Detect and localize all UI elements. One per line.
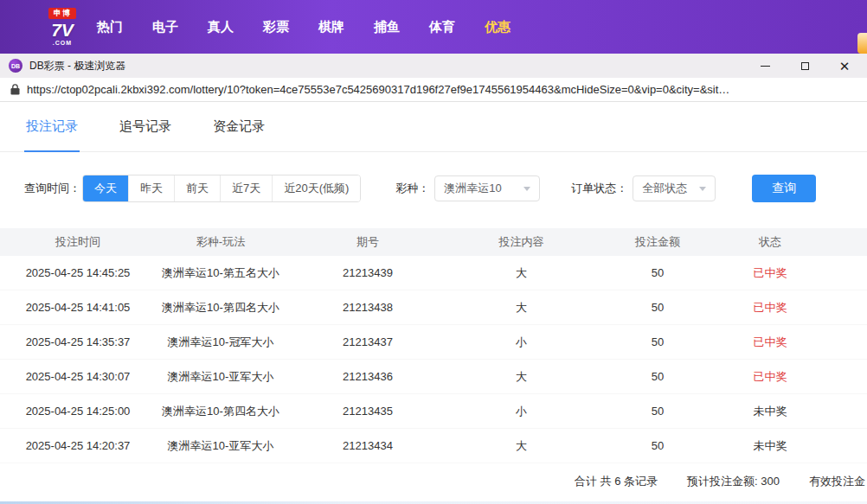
cell-issue: 21213436 xyxy=(286,370,450,383)
chevron-down-icon xyxy=(699,187,706,191)
time-filter-label: 查询时间： xyxy=(24,181,80,196)
cell-bet-time: 2025-04-25 14:41:05 xyxy=(0,301,156,314)
cell-bet-content: 大 xyxy=(450,265,593,281)
summary-total: 合计 共 6 条记录 xyxy=(575,474,658,489)
close-icon[interactable]: ✕ xyxy=(838,59,851,73)
summary-valid: 有效投注金 xyxy=(809,474,865,489)
table-row: 2025-04-25 14:30:07 澳洲幸运10-亚军大小 21213436… xyxy=(0,360,867,394)
cell-game-play: 澳洲幸运10-第四名大小 xyxy=(156,404,286,419)
time-option-7days[interactable]: 近7天 xyxy=(220,175,272,201)
logo-subtext: .COM xyxy=(53,40,72,46)
cell-bet-time: 2025-04-25 14:30:07 xyxy=(0,370,156,383)
window-controls: ✕ xyxy=(758,59,851,73)
header-bet-amount: 投注金额 xyxy=(593,234,722,250)
summary-estimate: 预计投注金额: 300 xyxy=(687,474,780,489)
cell-bet-amount: 50 xyxy=(593,301,722,314)
logo-badge: 申博 xyxy=(48,8,76,19)
cell-bet-amount: 50 xyxy=(593,266,722,279)
menu-item-live[interactable]: 真人 xyxy=(206,14,235,41)
cell-game-play: 澳洲幸运10-亚军大小 xyxy=(156,369,286,385)
window-titlebar: DB DB彩票 - 极速浏览器 ✕ xyxy=(0,54,867,78)
menu-item-slots[interactable]: 电子 xyxy=(151,14,180,41)
cell-bet-content: 小 xyxy=(450,335,593,350)
cell-bet-amount: 50 xyxy=(593,405,722,418)
query-button[interactable]: 查询 xyxy=(752,175,816,202)
order-status-value: 全部状态 xyxy=(642,181,687,196)
cell-bet-time: 2025-04-25 14:45:25 xyxy=(0,266,156,279)
cell-issue: 21213435 xyxy=(286,405,450,418)
tab-chase-records[interactable]: 追号记录 xyxy=(118,102,173,151)
lock-icon xyxy=(10,84,20,95)
window-title: DB彩票 - 极速浏览器 xyxy=(29,59,125,73)
cell-status: 已中奖 xyxy=(722,300,818,316)
menu-item-fishing[interactable]: 捕鱼 xyxy=(372,14,401,41)
status-filter-label: 订单状态： xyxy=(571,181,627,196)
maximize-icon[interactable] xyxy=(798,59,812,73)
header-game-play: 彩种-玩法 xyxy=(156,234,286,250)
bet-records-table: 投注时间 彩种-玩法 期号 投注内容 投注金额 状态 2025-04-25 14… xyxy=(0,228,867,463)
menu-item-sports[interactable]: 体育 xyxy=(427,14,457,41)
cell-bet-content: 大 xyxy=(450,438,593,454)
chevron-down-icon xyxy=(523,187,530,191)
cell-status: 已中奖 xyxy=(722,265,818,281)
app-icon: DB xyxy=(9,59,22,73)
cell-bet-content: 小 xyxy=(450,404,593,419)
table-header-row: 投注时间 彩种-玩法 期号 投注内容 投注金额 状态 xyxy=(0,228,867,256)
time-option-yesterday[interactable]: 昨天 xyxy=(128,175,174,201)
cell-game-play: 澳洲幸运10-第五名大小 xyxy=(156,265,286,281)
cell-bet-amount: 50 xyxy=(593,439,722,452)
cell-game-play: 澳洲幸运10-第四名大小 xyxy=(156,300,286,316)
cell-status: 未中奖 xyxy=(722,404,818,419)
cell-issue: 21213439 xyxy=(286,266,450,279)
cell-bet-content: 大 xyxy=(450,369,593,385)
cell-game-play: 澳洲幸运10-冠军大小 xyxy=(156,335,286,350)
logo-text: 7V xyxy=(51,21,74,39)
time-option-20days[interactable]: 近20天(低频) xyxy=(272,175,360,201)
table-row: 2025-04-25 14:35:37 澳洲幸运10-冠军大小 21213437… xyxy=(0,325,867,360)
header-issue: 期号 xyxy=(286,234,450,250)
cell-bet-content: 大 xyxy=(450,300,593,316)
floating-widget[interactable] xyxy=(857,33,867,54)
url-text: https://ctop02pcali.2kbxi392.com/lottery… xyxy=(27,83,729,96)
lottery-filter-label: 彩种： xyxy=(395,181,429,196)
cell-issue: 21213437 xyxy=(286,335,450,348)
order-status-select[interactable]: 全部状态 xyxy=(633,175,716,201)
record-tabs: 投注记录 追号记录 资金记录 xyxy=(0,102,867,152)
table-row: 2025-04-25 14:45:25 澳洲幸运10-第五名大小 2121343… xyxy=(0,256,867,290)
cell-bet-amount: 50 xyxy=(593,335,722,348)
cell-issue: 21213434 xyxy=(286,439,450,452)
time-option-today[interactable]: 今天 xyxy=(83,175,128,201)
table-row: 2025-04-25 14:20:37 澳洲幸运10-亚军大小 21213434… xyxy=(0,429,867,463)
header-bet-content: 投注内容 xyxy=(450,234,593,250)
header-status: 状态 xyxy=(722,234,818,250)
menu-item-lottery[interactable]: 彩票 xyxy=(261,14,291,41)
lottery-select[interactable]: 澳洲幸运10 xyxy=(434,175,540,201)
time-filter-group: 今天 昨天 前天 近7天 近20天(低频) xyxy=(82,175,361,202)
tab-bet-records[interactable]: 投注记录 xyxy=(24,102,80,151)
cell-issue: 21213438 xyxy=(286,301,450,314)
table-row: 2025-04-25 14:25:00 澳洲幸运10-第四名大小 2121343… xyxy=(0,394,867,429)
site-logo[interactable]: 申博 7V .COM xyxy=(48,8,76,46)
menu-item-hot[interactable]: 热门 xyxy=(95,14,125,41)
cell-game-play: 澳洲幸运10-亚军大小 xyxy=(156,438,286,454)
menu-item-promo[interactable]: 优惠 xyxy=(483,14,512,41)
cell-status: 已中奖 xyxy=(722,335,818,350)
cell-bet-time: 2025-04-25 14:35:37 xyxy=(0,335,156,348)
tab-fund-records[interactable]: 资金记录 xyxy=(211,102,267,151)
main-menu: 热门 电子 真人 彩票 棋牌 捕鱼 体育 优惠 xyxy=(95,14,512,41)
site-topnav: 申博 7V .COM 热门 电子 真人 彩票 棋牌 捕鱼 体育 优惠 xyxy=(0,0,867,54)
time-option-daybefore[interactable]: 前天 xyxy=(174,175,220,201)
cell-status: 未中奖 xyxy=(722,438,818,454)
summary-bar: 合计 共 6 条记录 预计投注金额: 300 有效投注金 xyxy=(0,474,867,489)
filter-bar: 查询时间： 今天 昨天 前天 近7天 近20天(低频) 彩种： 澳洲幸运10 订… xyxy=(0,175,867,202)
cell-bet-time: 2025-04-25 14:25:00 xyxy=(0,405,156,418)
cell-status: 已中奖 xyxy=(722,369,818,385)
cell-bet-time: 2025-04-25 14:20:37 xyxy=(0,439,156,452)
minimize-icon[interactable] xyxy=(758,59,772,73)
cell-bet-amount: 50 xyxy=(593,370,722,383)
table-row: 2025-04-25 14:41:05 澳洲幸运10-第四名大小 2121343… xyxy=(0,290,867,325)
lottery-select-value: 澳洲幸运10 xyxy=(444,181,501,196)
menu-item-cards[interactable]: 棋牌 xyxy=(317,14,346,41)
address-bar[interactable]: https://ctop02pcali.2kbxi392.com/lottery… xyxy=(0,78,867,102)
header-bet-time: 投注时间 xyxy=(0,234,156,250)
